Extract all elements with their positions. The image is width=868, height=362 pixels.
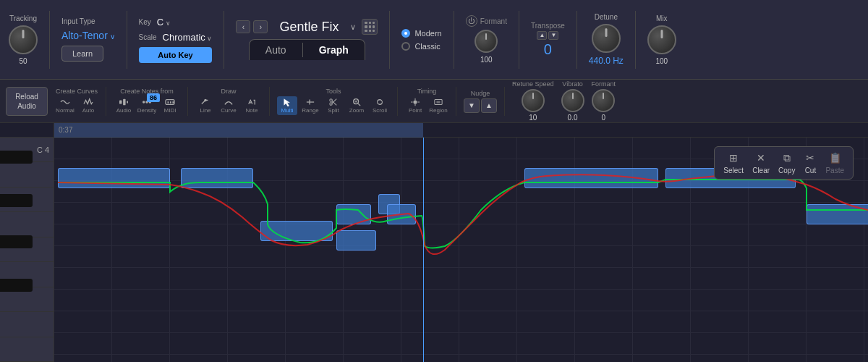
note-label: Note [246, 107, 258, 114]
reload-button[interactable]: Reload Audio [6, 87, 48, 116]
formant-power-btn[interactable]: ⏻ [466, 15, 477, 27]
tool-zoom[interactable]: Zoom [346, 96, 367, 115]
nudge-down-btn[interactable]: ▼ [464, 98, 480, 113]
svg-rect-0 [119, 100, 122, 104]
create-curves-tools: Normal Auto [55, 96, 98, 115]
note-block-9[interactable] [260, 221, 333, 241]
midi-icon [164, 98, 176, 106]
piano-key-b3[interactable] [0, 162, 54, 187]
tab-graph[interactable]: Graph [303, 40, 365, 60]
formant-knob[interactable] [475, 30, 498, 53]
classic-option[interactable]: Classic [401, 42, 441, 51]
tool-normal[interactable]: Normal [55, 96, 75, 115]
tool-note[interactable]: Note [242, 96, 262, 115]
input-type-group: Input Type Alto-Tenor Learn [61, 17, 115, 62]
piano-key-b2[interactable] [0, 337, 54, 362]
create-curves-section: Create Curves Normal Auto [55, 88, 98, 115]
classic-label: Classic [414, 42, 440, 51]
piano-keys: C 4 [0, 123, 54, 362]
key-label: Key [139, 18, 151, 26]
note-block-8[interactable] [807, 204, 868, 224]
detune-label: Detune [595, 13, 618, 21]
ctx-copy-label: Copy [778, 167, 795, 174]
modern-radio[interactable] [401, 29, 410, 38]
tool-auto[interactable]: Auto [78, 96, 98, 115]
transpose-arrows: ▲ ▼ [537, 31, 558, 40]
note-block-1[interactable] [58, 168, 170, 188]
song-dropdown-arrow[interactable]: ∨ [350, 22, 356, 32]
note-block-6[interactable] [524, 168, 658, 188]
ctx-clear[interactable]: ✕ Clear [752, 151, 770, 174]
roll-area: 0:37 ⊞ Select [54, 123, 868, 362]
modern-option[interactable]: Modern [401, 29, 441, 38]
mix-knob[interactable] [647, 25, 676, 54]
tool-curve[interactable]: Curve [218, 96, 239, 115]
scissors-icon [328, 98, 339, 106]
tracking-value: 50 [19, 57, 27, 65]
detune-knob[interactable] [592, 24, 621, 53]
nudge-label: Nudge [471, 90, 490, 97]
mix-value: 100 [656, 57, 668, 65]
draw-section: Draw Line Curve [195, 88, 262, 115]
svg-point-14 [378, 99, 383, 104]
modern-label: Modern [414, 29, 441, 38]
formant-tools-knob[interactable] [592, 89, 615, 112]
note-block-10[interactable] [336, 230, 376, 251]
piano-black-key-2[interactable] [0, 194, 33, 207]
tool-midi[interactable]: MIDI [160, 96, 180, 115]
prev-arrow[interactable]: ‹ [236, 20, 250, 33]
formant-label: Formant [480, 17, 507, 25]
nudge-up-btn[interactable]: ▲ [481, 98, 497, 113]
vibrato-knob[interactable] [561, 89, 584, 112]
tool-region[interactable]: Region [428, 96, 448, 115]
tool-point[interactable]: Point [405, 96, 425, 115]
tool-split[interactable]: Split [323, 96, 344, 115]
clear-icon: ✕ [754, 151, 767, 164]
piano-black-key-4[interactable] [0, 279, 33, 292]
tool-scroll[interactable]: Scroll [370, 96, 390, 115]
tracking-knob[interactable] [9, 25, 38, 54]
piano-key-g3[interactable] [0, 212, 54, 237]
svg-rect-7 [168, 101, 169, 104]
ctx-clear-label: Clear [752, 167, 770, 174]
formant-value: 100 [480, 56, 493, 64]
note-block-5[interactable] [387, 204, 416, 224]
wave-icon [59, 98, 71, 106]
transpose-group: Transpose ▲ ▼ 0 [531, 22, 565, 58]
piano-black-key-1[interactable] [0, 151, 33, 164]
divider-2 [127, 11, 127, 69]
tool-audio[interactable]: Audio [114, 96, 134, 115]
divider-tools-1 [106, 87, 106, 116]
scale-dropdown[interactable]: Chromatic [163, 32, 213, 43]
next-arrow[interactable]: › [253, 20, 268, 33]
tool-range[interactable]: Range [300, 96, 320, 115]
input-type-dropdown[interactable]: Alto-Tenor [61, 30, 115, 41]
auto-key-button[interactable]: Auto Key [139, 47, 213, 63]
grid-icon[interactable] [362, 19, 378, 35]
select-icon: ⊞ [727, 151, 740, 164]
key-dropdown[interactable]: C [157, 17, 171, 28]
curve-icon [223, 98, 234, 106]
scroll-label: Scroll [373, 107, 387, 114]
zoom-label: Zoom [349, 107, 364, 114]
note-block-2[interactable] [181, 168, 253, 188]
note-block-3[interactable] [336, 204, 371, 224]
split-label: Split [328, 107, 339, 114]
piano-key-c3[interactable] [0, 312, 54, 337]
ctx-copy[interactable]: ⧉ Copy [778, 151, 795, 174]
ctx-cut[interactable]: ✂ Cut [804, 151, 817, 174]
tab-auto[interactable]: Auto [250, 40, 302, 60]
tool-multi[interactable]: Multi [277, 96, 297, 115]
retune-speed-knob[interactable] [522, 89, 545, 112]
transpose-down[interactable]: ▼ [548, 31, 558, 40]
learn-button[interactable]: Learn [61, 46, 103, 62]
mode-group: Modern Classic [401, 29, 441, 51]
tool-line[interactable]: Line [195, 96, 216, 115]
divider-tools-4 [397, 87, 398, 116]
transpose-up[interactable]: ▲ [537, 31, 547, 40]
piano-black-key-3[interactable] [0, 235, 33, 248]
main-tools: Multi Range Split [277, 96, 390, 115]
ctx-select[interactable]: ⊞ Select [723, 151, 744, 174]
ctx-paste[interactable]: 📋 Paste [825, 151, 844, 174]
classic-radio[interactable] [401, 42, 410, 51]
